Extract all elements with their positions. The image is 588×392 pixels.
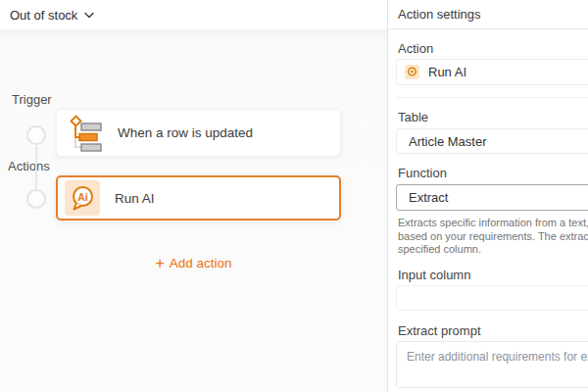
workflow-canvas: Trigger Actions When a row is updated [0, 29, 387, 392]
function-description: Extracts specific information from a tex… [398, 217, 588, 257]
input-column-select[interactable] [396, 285, 588, 311]
add-action-label: Add action [170, 256, 232, 270]
trigger-node-card[interactable]: When a row is updated [56, 109, 341, 157]
section-divider [396, 97, 588, 98]
chevron-down-icon [84, 12, 94, 19]
table-field-label: Table [398, 110, 428, 124]
action-settings-panel: Action settings Action Run AI Table Arti… [388, 0, 588, 392]
table-select-value: Article Master [409, 134, 486, 149]
add-action-button[interactable]: +Add action [0, 251, 387, 276]
action-select-value: Run AI [428, 65, 466, 79]
function-select[interactable]: Extract [396, 184, 588, 211]
action-select[interactable]: Run AI [396, 59, 588, 85]
connector-line [35, 146, 37, 189]
action-connector-node [26, 189, 46, 209]
automation-editor-screen: Out of stock Trigger Actions [0, 0, 588, 392]
action-node-card-selected[interactable]: Ai Run AI [56, 175, 341, 220]
function-field-label: Function [398, 166, 447, 180]
trigger-connector-node [26, 125, 46, 145]
plus-icon: + [155, 255, 164, 271]
row-updated-flow-icon [67, 114, 106, 153]
topbar: Out of stock [0, 0, 387, 30]
ai-mini-icon [405, 65, 419, 79]
action-field-label: Action [398, 41, 433, 56]
function-description-line: specified column. [398, 243, 588, 257]
automation-title: Out of stock [10, 8, 77, 23]
extract-prompt-textarea[interactable] [396, 341, 588, 388]
input-column-field-label: Input column [398, 268, 470, 282]
function-description-line: Extracts specific information from a tex… [398, 217, 588, 230]
ai-speech-bubble-icon: Ai [65, 180, 100, 216]
trigger-node-label: When a row is updated [118, 125, 253, 140]
automation-name-dropdown[interactable]: Out of stock [10, 0, 94, 29]
function-select-value: Extract [409, 190, 448, 205]
panel-title: Action settings [398, 7, 481, 22]
action-node-label: Run AI [115, 191, 155, 206]
extract-prompt-field-label: Extract prompt [398, 323, 481, 338]
function-description-line: based on your requirements. The extracte… [398, 230, 588, 244]
actions-section-label: Actions [8, 159, 50, 173]
svg-text:Ai: Ai [77, 191, 88, 203]
panel-header: Action settings [388, 0, 588, 29]
table-select[interactable]: Article Master [396, 128, 588, 154]
trigger-section-label: Trigger [12, 92, 52, 107]
